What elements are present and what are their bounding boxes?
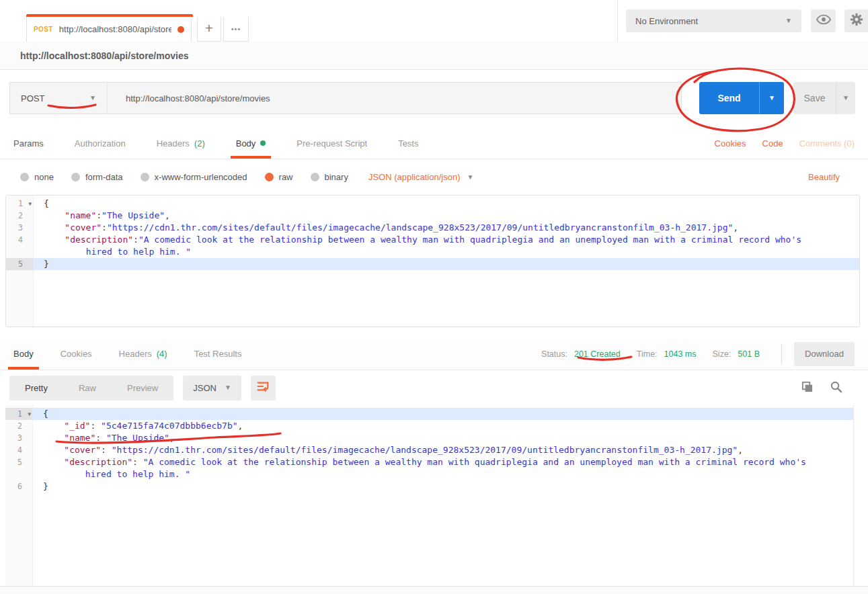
body-type-none[interactable]: none	[20, 172, 54, 182]
environment-label: No Environment	[635, 16, 785, 26]
send-options-button[interactable]: ▼	[759, 82, 784, 114]
response-toolbar: PrettyRawPreview JSON ▼	[0, 370, 868, 405]
response-tab-headers[interactable]: Headers(4)	[119, 338, 167, 370]
code-text: "_id": "5c4e715fa74c07dbbb6ecb7b",	[32, 420, 853, 432]
code-line[interactable]: 1▼{	[5, 408, 853, 420]
tab-options-button[interactable]: •••	[223, 17, 249, 42]
tab-params[interactable]: Params	[13, 128, 44, 159]
code-text: "name": "The Upside",	[32, 432, 853, 444]
tab-body[interactable]: Body	[236, 128, 266, 159]
radio-label: x-www-form-urlencoded	[155, 172, 247, 182]
radio-label: none	[34, 172, 54, 182]
tab-label: Headers	[119, 349, 152, 359]
code-text: {	[33, 198, 859, 210]
content-type-label: JSON (application/json)	[368, 172, 461, 182]
response-format-dropdown[interactable]: JSON ▼	[183, 376, 241, 400]
content-type-dropdown[interactable]: JSON (application/json) ▼	[368, 172, 473, 182]
fold-caret-icon[interactable]: ▼	[28, 409, 31, 421]
send-button[interactable]: Send ▼	[699, 82, 784, 114]
line-number	[6, 246, 33, 258]
code-text: "cover":"https://cdn1.thr.com/sites/defa…	[33, 222, 859, 234]
code-text: }	[32, 480, 853, 493]
response-format-label: JSON	[193, 383, 216, 393]
code-line[interactable]: 2 "_id": "5c4e715fa74c07dbbb6ecb7b",	[5, 420, 853, 432]
status-value: 201 Created	[574, 349, 621, 359]
line-number: 4	[5, 444, 32, 456]
request-tab[interactable]: POST http://localhost:8080/api/store/	[26, 17, 192, 42]
body-type-form-data[interactable]: form-data	[71, 172, 123, 182]
size-value: 501 B	[738, 349, 760, 359]
tab-pre-request-script[interactable]: Pre-request Script	[297, 128, 367, 159]
code-line[interactable]: 4 "description":"A comedic look at the r…	[6, 234, 859, 246]
copy-icon[interactable]	[801, 380, 814, 396]
body-type-options: noneform-datax-www-form-urlencodedrawbin…	[20, 172, 348, 182]
code-line[interactable]: 5}	[6, 258, 859, 270]
code-line[interactable]: hired to help him. "	[5, 468, 853, 480]
code-text: "name":"The Upside",	[33, 210, 859, 222]
tab-label: Cookies	[61, 349, 92, 359]
eye-icon	[816, 14, 831, 28]
tab-label: Preview	[127, 383, 158, 393]
cookies-link[interactable]: Cookies	[715, 138, 746, 148]
code-link[interactable]: Code	[762, 138, 783, 148]
radio-icon	[141, 173, 149, 181]
meta-divider	[781, 344, 782, 364]
tab-headers[interactable]: Headers(2)	[157, 128, 205, 159]
response-header-bar: BodyCookiesHeaders(4)Test Results Status…	[0, 338, 868, 370]
save-label: Save	[793, 82, 836, 114]
beautify-link[interactable]: Beautify	[808, 172, 840, 182]
code-line[interactable]: 5 "description": "A comedic look at the …	[5, 456, 853, 468]
radio-icon	[20, 173, 29, 181]
code-line[interactable]: 4 "cover": "https://cdn1.thr.com/sites/d…	[5, 444, 853, 456]
tab-label: Raw	[79, 383, 96, 393]
environment-selector[interactable]: No Environment ▼	[626, 9, 801, 32]
code-line[interactable]: hired to help him. "	[6, 246, 859, 258]
code-line[interactable]: 3 "cover":"https://cdn1.thr.com/sites/de…	[6, 222, 859, 234]
method-dropdown[interactable]: POST ▼	[9, 82, 108, 114]
body-type-x-www-form-urlencoded[interactable]: x-www-form-urlencoded	[141, 172, 247, 182]
response-body-editor[interactable]: 1▼{2 "_id": "5c4e715fa74c07dbbb6ecb7b",3…	[5, 405, 854, 586]
tab-tests[interactable]: Tests	[398, 128, 418, 159]
download-button[interactable]: Download	[794, 342, 855, 366]
settings-button[interactable]	[844, 9, 868, 32]
code-text: hired to help him. "	[32, 468, 853, 480]
radio-icon	[71, 173, 80, 181]
body-type-raw[interactable]: raw	[265, 172, 293, 182]
save-options-button[interactable]: ▼	[836, 82, 855, 114]
request-body-editor[interactable]: 1▼{2 "name":"The Upside",3 "cover":"http…	[5, 195, 860, 327]
tab-label: Body	[236, 138, 256, 148]
horizontal-scrollbar-track[interactable]	[0, 586, 868, 594]
save-button[interactable]: Save ▼	[793, 82, 855, 114]
postman-window: POST http://localhost:8080/api/store/ + …	[0, 0, 868, 594]
tab-label: Pretty	[25, 383, 48, 393]
header-divider	[617, 0, 618, 42]
tab-method-label: POST	[34, 26, 53, 33]
comments-link[interactable]: Comments (0)	[799, 138, 855, 148]
search-icon[interactable]	[830, 380, 842, 396]
view-tab-preview[interactable]: Preview	[112, 383, 173, 393]
body-type-binary[interactable]: binary	[311, 172, 348, 182]
view-tab-raw[interactable]: Raw	[63, 383, 112, 393]
code-line[interactable]: 2 "name":"The Upside",	[6, 210, 859, 222]
tab-label: Headers	[157, 138, 190, 148]
unsaved-dot-icon	[177, 26, 184, 33]
new-tab-button[interactable]: +	[197, 17, 221, 42]
response-meta: Status: 201 Created Time: 1043 ms Size: …	[541, 338, 855, 370]
tab-label: Params	[13, 138, 44, 148]
view-tab-pretty[interactable]: Pretty	[9, 383, 63, 393]
body-type-bar: noneform-datax-www-form-urlencodedrawbin…	[0, 159, 868, 195]
tab-authorization[interactable]: Authorization	[75, 128, 126, 159]
time-label: Time:	[637, 349, 658, 359]
chevron-down-icon: ▼	[842, 95, 849, 101]
url-input[interactable]: http://localhost:8080/api/store/movies	[107, 82, 682, 114]
response-tab-body[interactable]: Body	[13, 338, 34, 370]
wrap-text-button[interactable]	[251, 376, 276, 400]
environment-quick-look-button[interactable]	[811, 9, 836, 32]
code-text: }	[33, 258, 859, 270]
code-line[interactable]: 1▼{	[6, 198, 859, 210]
code-line[interactable]: 6}	[5, 480, 853, 493]
fold-caret-icon[interactable]: ▼	[28, 198, 32, 210]
code-line[interactable]: 3 "name": "The Upside",	[5, 432, 853, 444]
response-tab-test-results[interactable]: Test Results	[194, 338, 242, 370]
response-tab-cookies[interactable]: Cookies	[61, 338, 92, 370]
